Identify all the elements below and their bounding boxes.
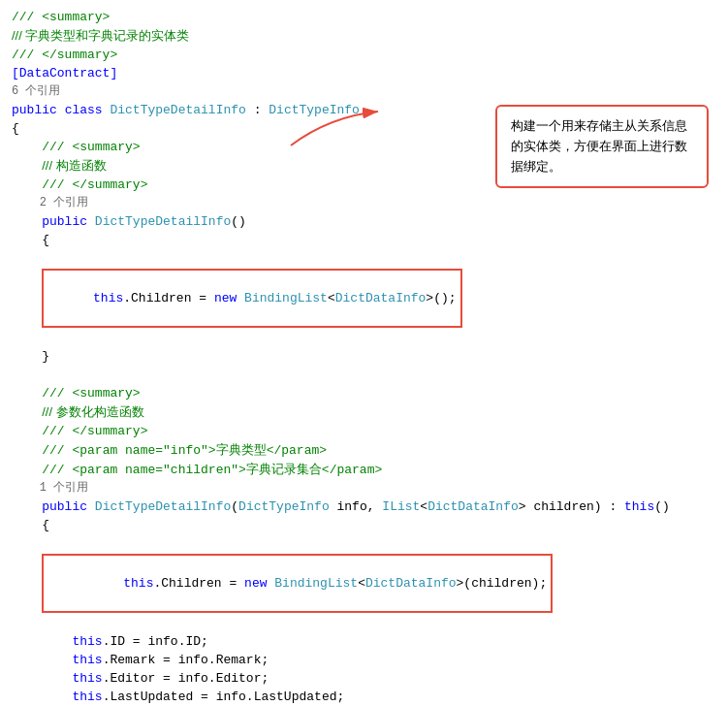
code-line: /// <summary> [0, 384, 728, 402]
code-line: public DictTypeDetailInfo(DictTypeInfo i… [0, 497, 728, 516]
code-line [0, 366, 728, 384]
arrow-svg [174, 97, 465, 155]
code-line: this.Children = new BindingList<DictData… [0, 534, 728, 632]
ref-count: 1 个引用 [0, 479, 728, 497]
code-line: /// </summary> [0, 46, 728, 64]
code-line: /// <summary> [0, 8, 728, 26]
code-line: this.Children = new BindingList<DictData… [0, 249, 728, 347]
code-line: [DataContract] [0, 64, 728, 82]
code-line: { [0, 231, 728, 249]
code-line: public DictTypeDetailInfo() [0, 212, 728, 231]
code-line: /// 字典类型和字典记录的实体类 [0, 26, 728, 46]
code-line: this.Remark = info.Remark; [0, 651, 728, 669]
code-line: /// <param name="info">字典类型</param> [0, 440, 728, 460]
code-line: this.LastUpdated = info.LastUpdated; [0, 688, 728, 706]
tooltip: 构建一个用来存储主从关系信息的实体类，方便在界面上进行数据绑定。 [495, 105, 709, 188]
code-line: this.Editor = info.Editor; [0, 669, 728, 688]
code-line: /// </summary> [0, 422, 728, 440]
code-container: 构建一个用来存储主从关系信息的实体类，方便在界面上进行数据绑定。 /// <su… [0, 0, 728, 706]
ref-count: 2 个引用 [0, 194, 728, 212]
code-line: /// <param name="children">字典记录集合</param… [0, 460, 728, 479]
code-line: } [0, 347, 728, 366]
code-line: /// 参数化构造函数 [0, 402, 728, 422]
code-line: this.ID = info.ID; [0, 632, 728, 651]
code-line: { [0, 516, 728, 534]
